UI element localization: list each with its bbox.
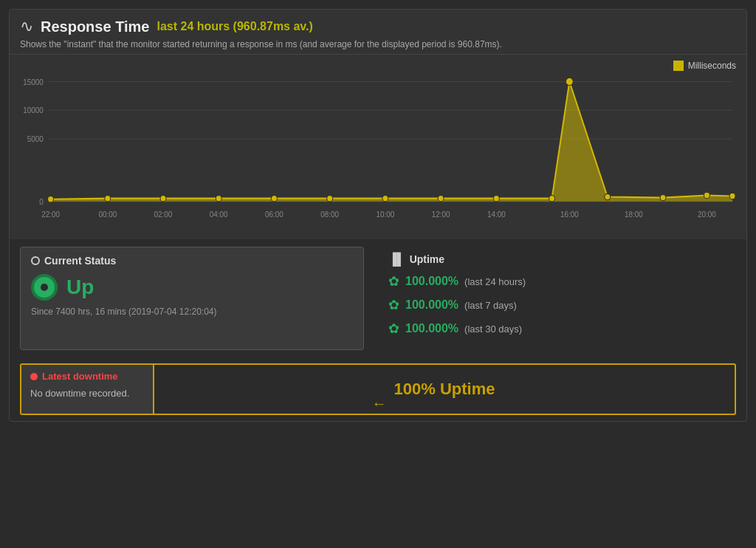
- svg-point-20: [605, 193, 611, 199]
- uptime-title: ▐▌ Uptime: [388, 253, 726, 266]
- red-dot-icon: [30, 373, 38, 380]
- svg-text:10000: 10000: [23, 106, 44, 114]
- svg-text:04:00: 04:00: [210, 210, 228, 219]
- svg-text:00:00: 00:00: [98, 210, 117, 219]
- current-status-panel: Current Status Up Since 7400 hrs, 16 min…: [20, 247, 364, 350]
- arrow-left-icon: ←: [372, 395, 387, 412]
- uptime-period-2: (last 7 days): [464, 300, 517, 311]
- svg-point-19: [566, 78, 573, 85]
- svg-text:15000: 15000: [23, 78, 44, 86]
- downtime-bar: Latest downtime No downtime recorded. 10…: [20, 363, 736, 415]
- status-since: Since 7400 hrs, 16 mins (2019-07-04 12:2…: [31, 306, 353, 317]
- bottom-panels: Current Status Up Since 7400 hrs, 16 min…: [10, 239, 746, 357]
- svg-text:5000: 5000: [27, 135, 44, 143]
- svg-text:18:00: 18:00: [625, 210, 643, 219]
- svg-point-14: [327, 195, 333, 201]
- svg-text:14:00: 14:00: [487, 210, 506, 219]
- svg-point-12: [216, 195, 221, 201]
- uptime-star-2: ✿: [388, 297, 399, 313]
- uptime-percent-2: 100.000%: [405, 298, 458, 312]
- chart-wrapper: 15000 10000 5000 0: [20, 74, 736, 236]
- uptime-period-1: (last 24 hours): [464, 276, 526, 287]
- uptime-row-3: ✿ 100.000% (last 30 days): [388, 321, 726, 337]
- svg-point-9: [48, 196, 54, 202]
- svg-point-22: [704, 192, 709, 198]
- svg-point-16: [438, 195, 444, 201]
- uptime-percent-3: 100.000%: [405, 322, 458, 335]
- svg-text:02:00: 02:00: [154, 210, 173, 219]
- svg-text:22:00: 22:00: [41, 210, 60, 219]
- header: ∿ Response Time last 24 hours (960.87ms …: [10, 10, 746, 55]
- page-title: Response Time: [41, 18, 149, 35]
- svg-point-18: [549, 195, 555, 201]
- uptime-period-3: (last 30 days): [464, 323, 522, 335]
- bar-chart-icon: ▐▌: [388, 253, 405, 266]
- chart-legend: Milliseconds: [20, 61, 736, 71]
- wave-icon: ∿: [20, 17, 33, 36]
- status-up-text: Up: [66, 275, 94, 299]
- chart-area: Milliseconds 15000 10000 5000 0: [10, 55, 746, 239]
- uptime-star-3: ✿: [388, 321, 399, 337]
- svg-marker-8: [51, 81, 732, 201]
- svg-text:16:00: 16:00: [560, 210, 579, 219]
- header-description: Shows the "instant" that the monitor sta…: [20, 39, 736, 49]
- page-container: ∿ Response Time last 24 hours (960.87ms …: [9, 9, 747, 422]
- uptime-row-1: ✿ 100.000% (last 24 hours): [388, 273, 726, 290]
- up-icon: [31, 274, 58, 301]
- svg-point-21: [660, 194, 666, 200]
- svg-text:20:00: 20:00: [698, 210, 716, 219]
- downtime-value: No downtime recorded.: [30, 388, 144, 399]
- svg-point-23: [729, 193, 735, 199]
- svg-point-17: [493, 195, 499, 201]
- svg-point-15: [382, 195, 388, 201]
- uptime-percent-1: 100.000%: [405, 275, 458, 288]
- uptime-100-label: 100% Uptime: [394, 380, 495, 399]
- svg-text:12:00: 12:00: [432, 210, 450, 219]
- current-status-title: Current Status: [31, 255, 353, 267]
- uptime-row-2: ✿ 100.000% (last 7 days): [388, 297, 726, 313]
- legend-label: Milliseconds: [688, 61, 736, 71]
- legend-color-swatch: [673, 61, 684, 71]
- downtime-title: Latest downtime: [30, 371, 144, 382]
- downtime-left-panel: Latest downtime No downtime recorded.: [21, 365, 154, 414]
- svg-point-11: [160, 195, 166, 201]
- downtime-right-panel: 100% Uptime ←: [154, 365, 735, 414]
- svg-point-10: [105, 195, 111, 201]
- uptime-star-1: ✿: [388, 273, 399, 290]
- svg-text:10:00: 10:00: [377, 210, 395, 219]
- chart-svg: 15000 10000 5000 0: [20, 74, 736, 236]
- status-up-container: Up: [31, 274, 353, 301]
- uptime-panel: ▐▌ Uptime ✿ 100.000% (last 24 hours) ✿ 1…: [378, 247, 736, 350]
- status-indicator-icon: [31, 256, 40, 265]
- svg-text:08:00: 08:00: [320, 210, 339, 219]
- svg-text:06:00: 06:00: [265, 210, 284, 219]
- subtitle: last 24 hours (960.87ms av.): [157, 20, 312, 33]
- title-row: ∿ Response Time last 24 hours (960.87ms …: [20, 17, 736, 36]
- svg-text:0: 0: [39, 198, 44, 206]
- svg-point-13: [271, 195, 277, 201]
